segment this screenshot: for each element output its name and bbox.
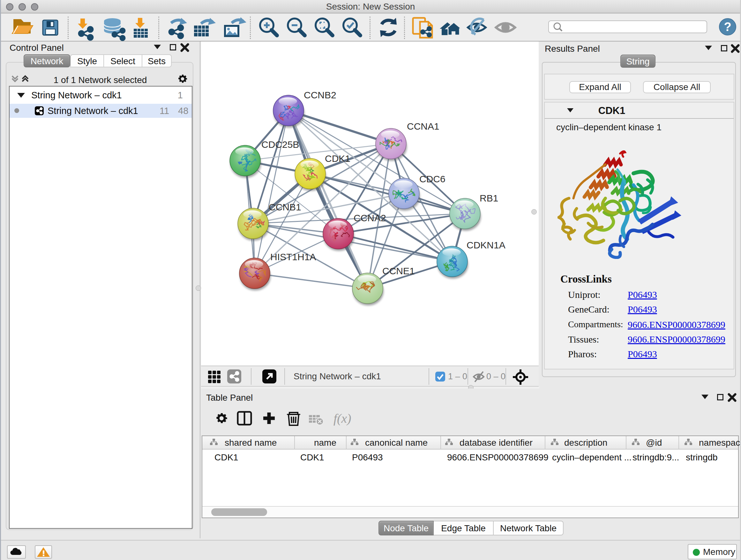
svg-text:CCNA2: CCNA2	[354, 212, 386, 223]
svg-text:CCNB2: CCNB2	[304, 90, 336, 100]
svg-text:CCNB1: CCNB1	[269, 202, 301, 212]
svg-text:CDKN1A: CDKN1A	[467, 240, 506, 250]
svg-text:CDK1: CDK1	[325, 153, 350, 164]
svg-text:CDC25B: CDC25B	[261, 139, 299, 150]
svg-text:HIST1H1A: HIST1H1A	[270, 252, 316, 262]
svg-text:CCNE1: CCNE1	[382, 266, 415, 276]
svg-text:?: ?	[724, 20, 731, 34]
svg-text:CCNA1: CCNA1	[407, 121, 440, 132]
svg-text:f(x): f(x)	[333, 411, 351, 426]
svg-text:RB1: RB1	[480, 193, 498, 203]
svg-text:CDC6: CDC6	[419, 174, 446, 184]
